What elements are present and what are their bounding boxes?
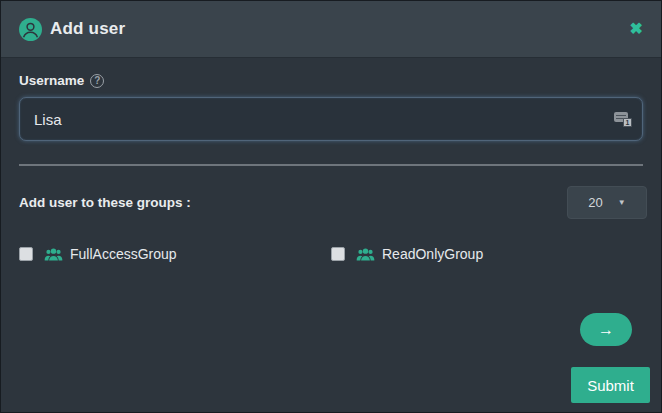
- autofill-badge: 1: [623, 118, 632, 127]
- username-input[interactable]: [34, 111, 614, 128]
- username-label: Username: [19, 73, 84, 88]
- checkbox-readonly[interactable]: [331, 247, 345, 261]
- caret-down-icon: ▼: [618, 198, 626, 207]
- group-item-readonly[interactable]: ReadOnlyGroup: [331, 246, 643, 262]
- add-user-modal: Add user ✖ Username ? 1 Add user to thes…: [0, 0, 662, 413]
- next-arrow-button[interactable]: →: [580, 313, 632, 346]
- username-input-wrap: 1: [19, 97, 643, 141]
- modal-header: Add user ✖: [1, 1, 661, 58]
- modal-title: Add user: [50, 19, 125, 39]
- groups-label: Add user to these groups :: [19, 195, 191, 210]
- groups-header-row: Add user to these groups : 20 ▼: [19, 186, 643, 219]
- page-size-value: 20: [588, 195, 602, 210]
- autofill-icon[interactable]: 1: [614, 111, 632, 127]
- arrow-right-icon: →: [598, 322, 614, 338]
- checkbox-fullaccess[interactable]: [19, 247, 33, 261]
- close-icon[interactable]: ✖: [630, 21, 643, 37]
- modal-body: Username ? 1 Add user to these groups : …: [1, 58, 661, 262]
- group-name: FullAccessGroup: [70, 246, 177, 262]
- group-name: ReadOnlyGroup: [382, 246, 483, 262]
- submit-button[interactable]: Submit: [571, 367, 650, 403]
- users-icon: [44, 247, 63, 262]
- users-icon: [356, 247, 375, 262]
- group-item-fullaccess[interactable]: FullAccessGroup: [19, 246, 331, 262]
- username-label-row: Username ?: [19, 73, 643, 88]
- user-circle-icon: [19, 18, 42, 41]
- section-divider: [19, 164, 643, 166]
- group-checkbox-list: FullAccessGroup ReadOnlyGroup: [19, 246, 643, 262]
- page-size-select[interactable]: 20 ▼: [567, 186, 647, 219]
- help-icon[interactable]: ?: [90, 74, 104, 88]
